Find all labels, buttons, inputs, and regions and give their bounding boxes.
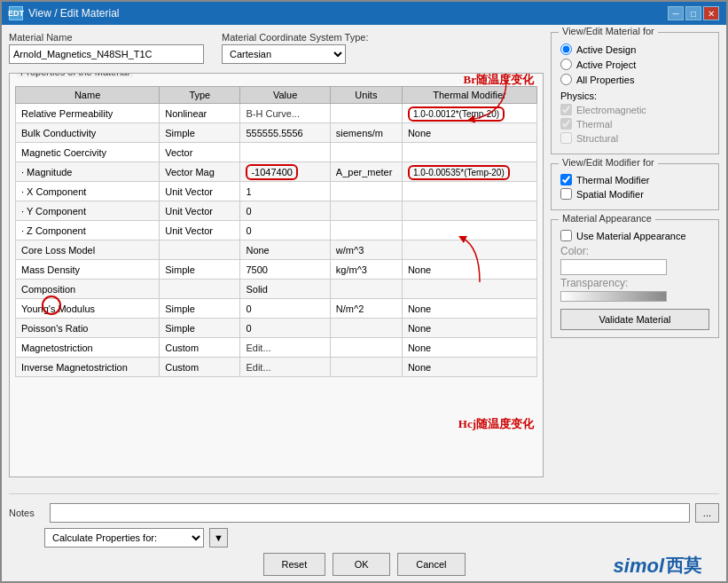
- calc-properties-select[interactable]: Calculate Properties for:: [44, 528, 204, 548]
- cell-value[interactable]: 1: [240, 182, 330, 201]
- col-name-header: Name: [16, 87, 160, 104]
- spatial-modifier-row[interactable]: Spatial Modifier: [560, 188, 709, 200]
- cell-name: Mass Density: [16, 260, 160, 280]
- cell-name: · Magnitude: [16, 162, 160, 182]
- notes-input[interactable]: [50, 503, 690, 523]
- cell-units: [330, 143, 402, 162]
- cell-name: Inverse Magnetostriction: [16, 358, 160, 377]
- physics-structural: Structural: [560, 132, 709, 144]
- transparency-slider: [560, 291, 667, 302]
- radio-all-properties-label: All Properties: [576, 75, 634, 85]
- thermal-modifier-label: Thermal Modifier: [576, 175, 650, 185]
- cell-thermal: [402, 143, 536, 162]
- radio-active-project-input[interactable]: [560, 59, 572, 70]
- cell-thermal: [402, 221, 536, 240]
- ok-button[interactable]: OK: [333, 553, 390, 576]
- radio-all-properties[interactable]: All Properties: [560, 74, 709, 85]
- table-row: Composition Solid: [16, 280, 537, 299]
- cell-value[interactable]: B-H Curve...: [240, 104, 330, 123]
- col-type-header: Type: [160, 87, 240, 104]
- cell-value[interactable]: 0: [240, 299, 330, 319]
- minimize-button[interactable]: ─: [668, 6, 684, 20]
- cell-thermal[interactable]: 1.0-0.00535*(Temp-20): [402, 162, 536, 182]
- cell-thermal: None: [402, 123, 536, 143]
- thermal-modifier-checkbox[interactable]: [560, 174, 572, 185]
- maximize-button[interactable]: □: [685, 6, 701, 20]
- simol-watermark: simol 西莫: [614, 554, 701, 578]
- cell-value[interactable]: 0: [240, 221, 330, 240]
- radio-active-design-input[interactable]: [560, 43, 572, 55]
- cell-type: Simple: [160, 319, 240, 338]
- material-name-label: Material Name: [9, 32, 204, 43]
- cell-type: Unit Vector: [160, 182, 240, 201]
- table-row: · Z Component Unit Vector 0: [16, 221, 537, 240]
- cell-value: Solid: [240, 280, 330, 299]
- radio-all-properties-input[interactable]: [560, 74, 572, 85]
- cell-type: Custom: [160, 338, 240, 358]
- col-units-header: Units: [330, 87, 402, 104]
- title-bar-left: EDT View / Edit Material: [9, 6, 120, 20]
- spatial-modifier-checkbox[interactable]: [560, 188, 572, 200]
- cell-name: Relative Permeability: [16, 104, 160, 123]
- table-row: Young's Modulus Simple 0 N/m^2 None: [16, 299, 537, 319]
- cell-name: · Y Component: [16, 201, 160, 221]
- color-label: Color:: [560, 245, 589, 257]
- cell-thermal: None: [402, 338, 536, 358]
- table-row: Bulk Conductivity Simple 555555.5556 sie…: [16, 123, 537, 143]
- simol-cn-text: 西莫: [666, 554, 701, 578]
- cell-type: Nonlinear: [160, 104, 240, 123]
- cell-thermal[interactable]: 1.0-0.0012*(Temp-20): [402, 104, 536, 123]
- radio-active-design[interactable]: Active Design: [560, 43, 709, 55]
- cell-units: [330, 201, 402, 221]
- cell-value[interactable]: 0: [240, 319, 330, 338]
- cell-units: w/m^3: [330, 240, 402, 260]
- properties-group-title: Properties of the Material: [17, 73, 133, 77]
- use-appearance-checkbox[interactable]: [560, 230, 572, 241]
- coord-type-group: Material Coordinate System Type: Cartesi…: [222, 32, 368, 64]
- use-appearance-row[interactable]: Use Material Appearance: [560, 230, 709, 241]
- validate-material-button[interactable]: Validate Material: [560, 309, 709, 330]
- table-row: · X Component Unit Vector 1: [16, 182, 537, 201]
- use-appearance-label: Use Material Appearance: [576, 231, 686, 241]
- color-row: Color:: [560, 245, 709, 275]
- right-panel: View/Edit Material for Active Design Act…: [551, 32, 719, 477]
- main-window: EDT View / Edit Material ─ □ ✕ Material …: [0, 0, 728, 583]
- material-name-input[interactable]: [9, 44, 204, 64]
- cell-name: Core Loss Model: [16, 240, 160, 260]
- cell-type: Unit Vector: [160, 221, 240, 240]
- physics-electromagnetic: Electromagnetic: [560, 104, 709, 115]
- reset-button[interactable]: Reset: [263, 553, 326, 576]
- cell-value[interactable]: Edit...: [240, 338, 330, 358]
- app-icon: EDT: [9, 6, 23, 20]
- close-button[interactable]: ✕: [703, 6, 719, 20]
- radio-active-project[interactable]: Active Project: [560, 59, 709, 70]
- cell-value[interactable]: 555555.5556: [240, 123, 330, 143]
- cell-value[interactable]: -1047400: [240, 162, 330, 182]
- table-row: · Magnitude Vector Mag -1047400 A_per_me…: [16, 162, 537, 182]
- thermal-modifier-row[interactable]: Thermal Modifier: [560, 174, 709, 185]
- cell-value[interactable]: Edit...: [240, 358, 330, 377]
- cell-units: [330, 319, 402, 338]
- table-row: Mass Density Simple 7500 kg/m^3 None: [16, 260, 537, 280]
- coord-type-select[interactable]: Cartesian Cylindrical Spherical: [222, 44, 346, 64]
- left-panel: Material Name Material Coordinate System…: [9, 32, 544, 477]
- cell-value[interactable]: 7500: [240, 260, 330, 280]
- cell-name: Magnetostriction: [16, 338, 160, 358]
- notes-ellipsis-button[interactable]: ...: [695, 503, 719, 523]
- cancel-button[interactable]: Cancel: [397, 553, 465, 576]
- structural-checkbox: [560, 132, 572, 144]
- cell-type: Simple: [160, 123, 240, 143]
- coord-type-label: Material Coordinate System Type:: [222, 32, 368, 43]
- cell-type: Simple: [160, 260, 240, 280]
- cell-name: Young's Modulus: [16, 299, 160, 319]
- cell-thermal: [402, 240, 536, 260]
- appearance-group: Material Appearance Use Material Appeara…: [551, 219, 719, 338]
- modifier-group: View/Edit Modifier for Thermal Modifier …: [551, 163, 719, 210]
- cell-type: [160, 240, 240, 260]
- cell-thermal: None: [402, 358, 536, 377]
- calc-dropdown-button[interactable]: ▼: [209, 528, 228, 548]
- header-row: Material Name Material Coordinate System…: [9, 32, 544, 64]
- magnitude-thermal-circled: 1.0-0.00535*(Temp-20): [408, 165, 510, 180]
- material-name-group: Material Name: [9, 32, 204, 64]
- cell-value[interactable]: 0: [240, 201, 330, 221]
